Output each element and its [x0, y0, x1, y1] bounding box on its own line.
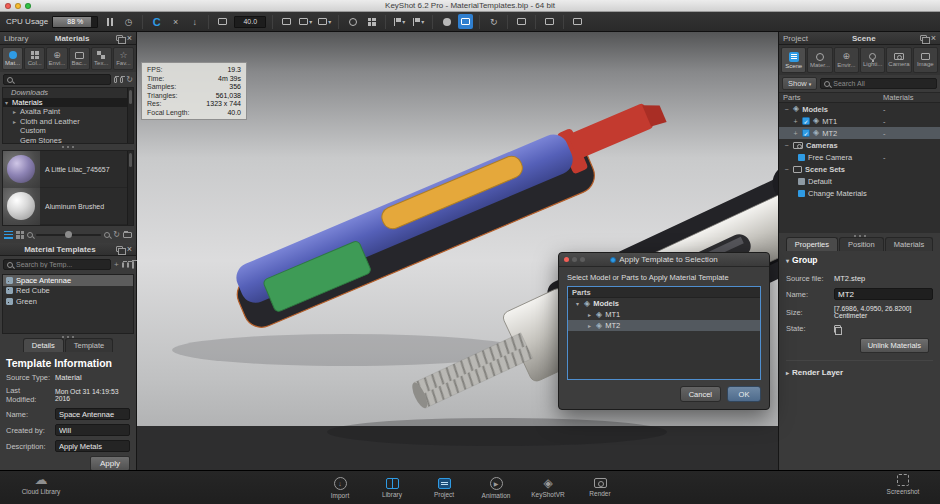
tab-scene[interactable]: Scene: [781, 47, 806, 73]
unlink-materials-button[interactable]: Unlink Materials: [860, 338, 929, 353]
dialog-tree-item-mt1[interactable]: ▸ ◈ MT1: [568, 309, 760, 320]
created-by-input[interactable]: [55, 424, 130, 436]
dock-item-screenshot[interactable]: Screenshot: [880, 474, 926, 495]
scene-tree-item-free-camera[interactable]: Free Camera -: [779, 151, 940, 163]
scene-tree-item-default[interactable]: Default: [779, 175, 940, 187]
cpu-usage-meter[interactable]: 88 %: [52, 16, 98, 28]
zoom-out-icon[interactable]: [27, 232, 33, 238]
focal-length-field[interactable]: 40.0: [234, 16, 266, 28]
focal-length-button[interactable]: [215, 14, 230, 29]
material-ball-button[interactable]: [439, 14, 454, 29]
tree-item-axalta-paint[interactable]: ▸Axalta Paint: [3, 107, 133, 117]
template-item-red-cube[interactable]: Red Cube: [3, 286, 133, 297]
performance-mode-button[interactable]: ◷: [121, 14, 136, 29]
folder-new-icon[interactable]: [120, 77, 123, 83]
scene-tree-item-mt2[interactable]: + ◈ MT2 -: [779, 127, 940, 139]
dock-item-cloud-library[interactable]: ☁ Cloud Library: [18, 474, 64, 495]
library-search-input[interactable]: [16, 76, 107, 83]
render-layer-section-header[interactable]: ▸Render Layer: [786, 368, 933, 377]
group-section-header[interactable]: ▾Group: [786, 255, 933, 265]
template-item-green[interactable]: Green: [3, 296, 133, 307]
dock-item-project[interactable]: Project: [421, 477, 467, 499]
refresh-thumbs-icon[interactable]: ↻: [113, 230, 120, 239]
thumbnail-size-slider[interactable]: [36, 234, 101, 236]
tab-environments[interactable]: ⊕Envi...: [46, 47, 67, 70]
material-item-aluminum[interactable]: Aluminum Brushed: [3, 188, 133, 225]
orbit-button[interactable]: [345, 14, 360, 29]
template-name-input[interactable]: [55, 408, 130, 420]
duplicate-button[interactable]: [364, 14, 379, 29]
tree-item-cloth-leather[interactable]: ▸Cloth and Leather: [3, 117, 133, 127]
dock-item-import[interactable]: ↓ Import: [317, 477, 363, 499]
apply-button[interactable]: Apply: [90, 456, 130, 470]
templates-search-field[interactable]: [3, 259, 111, 270]
view-preset-button[interactable]: ▾: [298, 14, 313, 29]
detach-panel-icon[interactable]: [116, 35, 123, 41]
visibility-checkbox[interactable]: [802, 117, 810, 125]
material-item-partial[interactable]: [3, 225, 133, 226]
state-snapshot-icon[interactable]: [834, 325, 841, 333]
show-dropdown[interactable]: Show▾: [782, 77, 817, 90]
close-panel-icon[interactable]: ×: [931, 34, 936, 43]
tab-materials-detail[interactable]: Materials: [885, 237, 933, 251]
tree-item-custom[interactable]: Custom: [3, 126, 133, 136]
collapse-icon[interactable]: ▸: [586, 311, 593, 318]
tab-details[interactable]: Details: [23, 338, 64, 352]
import-folder-icon[interactable]: [123, 232, 132, 238]
tab-template[interactable]: Template: [65, 338, 113, 352]
tab-image[interactable]: Image: [913, 47, 938, 73]
collapse-icon[interactable]: ▸: [11, 118, 18, 125]
dock-item-render[interactable]: Render: [577, 477, 623, 499]
tab-properties[interactable]: Properties: [786, 237, 838, 251]
ok-button[interactable]: OK: [727, 386, 761, 402]
camera-view-button[interactable]: [279, 14, 294, 29]
zoom-in-icon[interactable]: [104, 232, 110, 238]
pause-render-button[interactable]: [102, 14, 117, 29]
scene-tree-item-mt1[interactable]: + ◈ MT1 -: [779, 115, 940, 127]
dock-item-keyshotvr[interactable]: ◈ KeyShotVR: [525, 477, 571, 499]
scene-tree-item-change-materials[interactable]: Change Materials: [779, 187, 940, 199]
fullscreen-button[interactable]: [514, 14, 529, 29]
list-view-icon[interactable]: [4, 231, 13, 239]
scene-tree-item-models[interactable]: − ◈ Models -: [779, 103, 940, 115]
collapse-icon[interactable]: −: [783, 142, 790, 149]
dialog-tree-item-mt2[interactable]: ▸ ◈ MT2: [568, 320, 760, 331]
download-button[interactable]: ↓: [187, 14, 202, 29]
resize-handle[interactable]: [0, 144, 136, 149]
tab-position[interactable]: Position: [839, 237, 884, 251]
tree-scrollbar[interactable]: [127, 88, 133, 143]
collapse-icon[interactable]: ▸: [586, 322, 593, 329]
dock-item-animation[interactable]: ▶ Animation: [473, 477, 519, 499]
scene-search-input[interactable]: [833, 80, 933, 87]
library-search-field[interactable]: [3, 74, 111, 85]
render-image-button[interactable]: [570, 14, 585, 29]
expand-icon[interactable]: ▾: [3, 99, 10, 106]
scene-tree-item-scene-sets[interactable]: − Scene Sets: [779, 163, 940, 175]
flag-preset-button[interactable]: ▾: [411, 14, 426, 29]
description-input[interactable]: [55, 440, 130, 452]
scene-tree-item-cameras[interactable]: − Cameras: [779, 139, 940, 151]
add-template-icon[interactable]: +: [114, 260, 119, 269]
realtime-update-button[interactable]: C: [149, 14, 164, 29]
refresh-library-icon[interactable]: ↻: [126, 75, 133, 84]
expand-icon[interactable]: +: [792, 118, 799, 125]
tab-backplates[interactable]: Bac...: [69, 47, 90, 70]
stop-render-button[interactable]: ×: [168, 14, 183, 29]
cancel-button[interactable]: Cancel: [680, 386, 721, 402]
tree-item-downloads[interactable]: Downloads: [3, 88, 133, 98]
tab-environment[interactable]: ⊕Envir...: [834, 47, 859, 73]
folder-import-icon[interactable]: [122, 262, 124, 268]
detach-panel-icon[interactable]: [116, 246, 123, 252]
tab-materials[interactable]: Mat...: [2, 47, 23, 70]
expand-icon[interactable]: ▾: [574, 300, 581, 307]
slider-thumb[interactable]: [65, 231, 72, 238]
presentation-button[interactable]: [542, 14, 557, 29]
tree-item-gem-stones[interactable]: Gem Stones: [3, 136, 133, 145]
close-panel-icon[interactable]: ×: [127, 34, 132, 43]
folder-export-icon[interactable]: [127, 262, 129, 268]
template-item-space-antennae[interactable]: Space Antennae: [3, 275, 133, 286]
library-toggle-button[interactable]: [458, 14, 473, 29]
tab-textures[interactable]: Tex...: [91, 47, 112, 70]
templates-search-input[interactable]: [16, 261, 107, 268]
collapse-icon[interactable]: −: [783, 166, 790, 173]
